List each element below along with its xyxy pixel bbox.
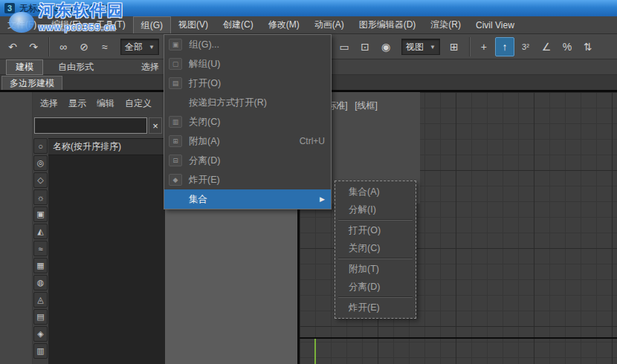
group-dropdown-menu: ▣ 组(G)... ▢ 解组(U) ▤ 打开(O) 按递归方式打开(R) ▥ 关…: [164, 34, 332, 209]
close-group-icon: ▥: [169, 116, 182, 128]
display-shapes-toggle[interactable]: ◇: [33, 172, 48, 188]
menu-views[interactable]: 视图(V): [171, 16, 216, 33]
group-menu-item-open-recursively[interactable]: 按递归方式打开(R): [164, 93, 331, 112]
chevron-down-icon: ▼: [430, 44, 436, 51]
toolbar-separator: [48, 37, 50, 56]
clear-search-button[interactable]: ×: [149, 117, 162, 134]
assembly-item-detach[interactable]: 分离(D): [335, 278, 416, 296]
toolbar-left-group: ↶ ↷ ∞ ⊘ ≈ 全部 ▼: [3, 37, 164, 56]
paint-selection-region-icon[interactable]: ◉: [376, 37, 395, 56]
display-lights-toggle[interactable]: ☼: [33, 189, 48, 205]
display-materials-toggle[interactable]: ◈: [33, 326, 48, 342]
group-menu-item-open[interactable]: ▤ 打开(O): [164, 74, 331, 93]
group-menu-item-detach[interactable]: ⊟ 分离(D): [164, 151, 331, 170]
select-and-link-icon[interactable]: ∞: [54, 37, 73, 56]
select-and-move-icon[interactable]: +: [474, 37, 494, 56]
ribbon-tab-selection[interactable]: 选择: [132, 60, 168, 74]
explorer-menu-customize[interactable]: 自定义: [125, 97, 152, 110]
menu-graph-editors[interactable]: 图形编辑器(D): [352, 16, 424, 33]
menu-modifiers[interactable]: 修改(M): [261, 16, 307, 33]
group-menu-item-ungroup[interactable]: ▢ 解组(U): [164, 54, 331, 74]
group-menu-item-group[interactable]: ▣ 组(G)...: [164, 35, 331, 54]
named-selection-sets-dropdown[interactable]: 视图 ▼: [401, 39, 440, 55]
display-containers-toggle[interactable]: ▤: [33, 309, 48, 325]
menu-separator: [338, 296, 413, 298]
menu-item-label: 关闭(C): [189, 116, 325, 129]
menu-create[interactable]: 创建(C): [216, 16, 261, 33]
explorer-object-list[interactable]: [48, 155, 165, 364]
display-xrefs-toggle[interactable]: ◍: [33, 275, 48, 290]
explorer-sort-header[interactable]: 名称(按升序排序): [48, 138, 165, 155]
title-bar: 3 无标题 - 3ds Max 2021: [0, 0, 617, 16]
grid-x-axis: [300, 337, 617, 339]
explorer-menu-edit[interactable]: 编辑: [97, 97, 114, 110]
explode-icon: ◆: [169, 174, 182, 186]
snaps-toggle-icon[interactable]: 3²: [516, 37, 535, 56]
selection-filter-value: 全部: [125, 41, 143, 53]
percent-snap-icon[interactable]: %: [558, 37, 577, 56]
menu-file[interactable]: 文件(F): [0, 16, 44, 33]
blank-icon: [169, 193, 182, 205]
menu-separator: [338, 258, 413, 259]
group-menu-item-assembly[interactable]: 集合 ▶: [164, 189, 331, 209]
unlink-selection-icon[interactable]: ⊘: [74, 37, 94, 56]
blank-icon: [169, 97, 182, 108]
assembly-submenu: 集合(A) 分解(I) 打开(O) 关闭(C) 附加(T) 分离(D) 炸开(E…: [335, 181, 416, 319]
use-center-icon[interactable]: ⊞: [445, 37, 464, 56]
menu-edit[interactable]: 编辑(E): [44, 16, 88, 33]
display-none-toggle[interactable]: ○: [33, 138, 48, 154]
bind-to-space-warp-icon[interactable]: ≈: [95, 37, 114, 56]
menu-tools[interactable]: 工具(T): [88, 16, 132, 33]
menu-item-label: 分离(D): [189, 155, 325, 167]
assembly-item-explode[interactable]: 炸开(E): [335, 299, 416, 316]
select-and-manipulate-icon[interactable]: ↑: [495, 37, 514, 56]
toolbar-separator: [469, 37, 471, 56]
undo-icon[interactable]: ↶: [3, 37, 22, 56]
assembly-item-close[interactable]: 关闭(C): [335, 239, 416, 257]
display-bones-toggle[interactable]: ◬: [33, 292, 48, 308]
menu-item-label: 炸开(E): [189, 174, 325, 186]
menu-item-label: 集合: [189, 193, 314, 206]
explorer-menu-select[interactable]: 选择: [40, 97, 58, 110]
display-cameras-toggle[interactable]: ▣: [33, 207, 48, 222]
shading-mode-label[interactable]: [线框]: [355, 100, 378, 112]
display-toggle-column: ○ ◎ ◇ ☼ ▣ ◭ ≈ ▦ ◍ ◬ ▤ ◈ ▥: [33, 138, 48, 364]
window-crossing-icon[interactable]: ⊡: [355, 37, 375, 56]
named-selection-sets-value: 视图: [406, 41, 424, 53]
group-icon: ▣: [169, 39, 182, 51]
menu-bar: 文件(F) 编辑(E) 工具(T) 组(G) 视图(V) 创建(C) 修改(M)…: [0, 16, 617, 34]
menu-civil-view[interactable]: Civil View: [468, 16, 522, 33]
polygon-modeling-tab[interactable]: 多边形建模: [1, 76, 62, 90]
angle-snap-icon[interactable]: ∠: [537, 37, 556, 56]
display-helpers-toggle[interactable]: ◭: [33, 224, 48, 239]
chevron-down-icon: ▼: [149, 44, 155, 51]
assembly-item-open[interactable]: 打开(O): [335, 221, 416, 239]
menu-item-label: 打开(O): [189, 77, 325, 90]
menu-item-shortcut: Ctrl+U: [300, 136, 325, 146]
display-frozen-toggle[interactable]: ▥: [33, 343, 48, 359]
rectangular-selection-region-icon[interactable]: ▭: [335, 37, 354, 56]
redo-icon[interactable]: ↷: [24, 37, 43, 56]
display-geometry-toggle[interactable]: ◎: [33, 155, 48, 171]
spinner-snap-icon[interactable]: ⇅: [578, 37, 598, 56]
menu-rendering[interactable]: 渲染(R): [423, 16, 468, 33]
menu-item-label: 解组(U): [189, 58, 325, 71]
assembly-item-assemble[interactable]: 集合(A): [335, 183, 416, 201]
group-menu-item-attach[interactable]: ⊞ 附加(A) Ctrl+U: [164, 131, 331, 151]
group-menu-item-explode[interactable]: ◆ 炸开(E): [164, 170, 331, 189]
menu-group[interactable]: 组(G): [133, 16, 171, 33]
menu-separator: [338, 219, 413, 221]
selection-filter-dropdown[interactable]: 全部 ▼: [120, 39, 159, 55]
display-groups-toggle[interactable]: ▦: [33, 258, 48, 273]
ribbon-tab-freeform[interactable]: 自由形式: [49, 60, 103, 74]
assembly-item-attach[interactable]: 附加(T): [335, 260, 416, 278]
scene-explorer-panel: 选择 显示 编辑 自定义 × ○ ◎ ◇ ☼ ▣ ◭ ≈ ▦ ◍ ◬ ▤ ◈ ▥…: [33, 92, 165, 364]
search-input[interactable]: [34, 117, 147, 134]
assembly-item-disassemble[interactable]: 分解(I): [335, 201, 416, 218]
menu-item-label: 附加(A): [189, 135, 291, 148]
menu-animation[interactable]: 动画(A): [307, 16, 352, 33]
ribbon-tab-modeling[interactable]: 建模: [6, 59, 43, 75]
display-space-warps-toggle[interactable]: ≈: [33, 241, 48, 256]
explorer-menu-display[interactable]: 显示: [68, 97, 86, 110]
group-menu-item-close[interactable]: ▥ 关闭(C): [164, 112, 331, 131]
